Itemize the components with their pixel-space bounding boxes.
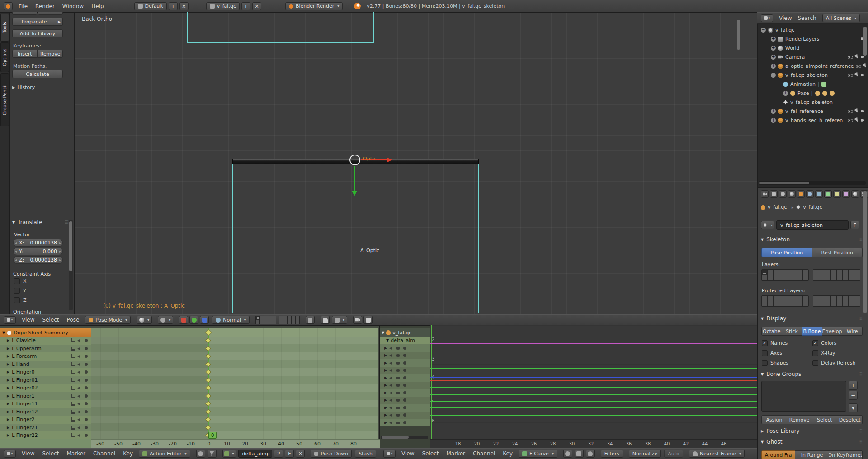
editor-type-button[interactable] <box>4 450 16 458</box>
fcurve-line[interactable] <box>430 415 757 416</box>
fcurve-line[interactable] <box>430 394 757 395</box>
modifier-icon[interactable] <box>70 425 75 430</box>
lock-icon[interactable] <box>84 362 89 367</box>
expand-icon[interactable] <box>7 426 9 430</box>
lock-to-scene-button[interactable] <box>306 316 315 324</box>
mute-icon[interactable] <box>77 401 82 406</box>
tab-bone[interactable] <box>833 190 841 198</box>
axis-checkbox-row[interactable]: X <box>14 278 27 284</box>
pivot-point-select[interactable] <box>158 316 173 324</box>
action-browse-button[interactable] <box>222 450 236 458</box>
auto-normalize-button[interactable]: Auto <box>664 450 683 458</box>
expand-icon[interactable] <box>771 46 776 51</box>
visibility-icon[interactable] <box>396 420 401 425</box>
mute-icon[interactable] <box>389 420 394 425</box>
keyframe-diamond[interactable] <box>205 385 211 391</box>
ghost-in-range-button[interactable]: In Range <box>795 450 829 459</box>
expand-icon[interactable] <box>7 417 9 422</box>
blender-menu-button[interactable] <box>4 2 13 10</box>
vector-field[interactable]: Z: 0.0000138 <box>13 256 63 264</box>
filters-button[interactable]: Filters <box>601 450 623 458</box>
editor-type-button[interactable] <box>383 450 396 458</box>
mute-icon[interactable] <box>77 362 82 367</box>
dope-channel-row[interactable]: L Finger12 <box>0 408 91 416</box>
ghost-curves-button[interactable] <box>586 450 595 458</box>
layer-grid-left[interactable] <box>761 269 809 281</box>
visibility-icon[interactable] <box>396 390 401 395</box>
visibility-icon[interactable] <box>396 375 401 380</box>
expand-icon[interactable] <box>771 64 776 69</box>
octahedral-button[interactable]: Octahe <box>761 327 782 336</box>
menu-item[interactable]: View <box>779 15 792 21</box>
lock-icon[interactable] <box>402 346 407 351</box>
mute-icon[interactable] <box>389 405 394 410</box>
propagate-button[interactable]: Propagate <box>12 18 56 26</box>
stash-button[interactable]: Stash <box>355 450 376 458</box>
dope-channel-row[interactable]: L Finger21 <box>0 424 91 432</box>
tab-modifiers[interactable] <box>815 190 823 198</box>
dope-channel-row[interactable]: L Finger01 <box>0 376 91 384</box>
modifier-icon[interactable] <box>70 433 75 438</box>
lock-icon[interactable] <box>402 361 407 365</box>
lock-icon[interactable] <box>84 378 89 383</box>
outliner-row-hands-reference[interactable]: v_hands_sec_h_referen <box>757 116 868 125</box>
mute-icon[interactable] <box>389 375 394 380</box>
modifier-icon[interactable] <box>70 338 75 343</box>
action-users-button[interactable]: 2 <box>274 450 283 458</box>
tab-options[interactable]: Options <box>0 42 9 72</box>
properties-scrollbar[interactable] <box>863 191 867 313</box>
expand-icon[interactable] <box>7 433 9 437</box>
menu-item[interactable]: Select <box>422 450 439 457</box>
expand-icon[interactable] <box>384 398 387 402</box>
fcurve-group-row[interactable] <box>380 374 430 382</box>
lock-icon[interactable] <box>84 433 89 438</box>
skeleton-panel-header[interactable]: Skeleton <box>761 236 863 243</box>
dope-channel-row[interactable]: L Finger2 <box>0 416 91 424</box>
visibility-icon[interactable] <box>396 398 401 403</box>
calculate-button[interactable]: Calculate <box>12 70 63 78</box>
lock-icon[interactable] <box>402 412 407 417</box>
lock-icon[interactable] <box>84 425 89 430</box>
expand-icon[interactable] <box>7 410 9 414</box>
tab-constraints[interactable] <box>806 190 814 198</box>
keyframe-row[interactable] <box>91 400 378 408</box>
screen-layout-selector[interactable]: Default <box>134 2 167 10</box>
assign-button[interactable]: Assign <box>761 415 787 424</box>
normalize-button[interactable]: Normalize <box>629 450 661 458</box>
clipped-button[interactable] <box>12 12 37 15</box>
modifier-icon[interactable] <box>70 417 75 422</box>
keyframe-row[interactable] <box>91 352 378 361</box>
keyframe-diamond[interactable] <box>205 425 211 431</box>
lock-icon[interactable] <box>402 375 407 380</box>
action-name-field[interactable]: delta_aimp <box>238 450 273 458</box>
remove-bone-group-button[interactable]: − <box>849 391 858 400</box>
push-down-button[interactable]: Push Down <box>311 450 352 458</box>
menu-item[interactable]: Window <box>62 3 84 9</box>
keyframe-row[interactable] <box>91 416 378 424</box>
fcurve-group-row[interactable] <box>380 352 430 360</box>
expand-icon[interactable] <box>384 406 387 410</box>
checkbox[interactable] <box>762 350 768 356</box>
breadcrumb-object[interactable]: v_fal.qc_ <box>768 204 789 210</box>
mute-icon[interactable] <box>389 383 394 388</box>
modifier-icon[interactable] <box>70 393 75 398</box>
lock-icon[interactable] <box>402 420 407 425</box>
expand-icon[interactable] <box>386 338 389 342</box>
expand-icon[interactable] <box>7 386 9 390</box>
viewport-3d[interactable]: Back Ortho Optic A_Optic (0) v_fal.qc_sk… <box>75 12 757 314</box>
expand-icon[interactable] <box>384 361 387 365</box>
layer-grid-a[interactable] <box>255 316 276 324</box>
keyframe-diamond[interactable] <box>205 393 211 399</box>
keyframe-row[interactable] <box>91 361 378 369</box>
keyframe-diamond[interactable] <box>205 361 211 367</box>
mute-icon[interactable] <box>389 412 394 417</box>
visibility-icon[interactable] <box>848 73 852 77</box>
editor-type-button[interactable] <box>4 316 16 324</box>
outliner-row-world[interactable]: World <box>757 43 868 52</box>
remove-keyframe-button[interactable]: Remove <box>38 50 63 58</box>
tab-scene[interactable] <box>779 190 787 198</box>
fake-user-button[interactable]: F <box>850 221 859 229</box>
mute-icon[interactable] <box>77 346 82 351</box>
modifier-icon[interactable] <box>70 362 75 367</box>
tab-render-layers[interactable] <box>770 190 778 198</box>
